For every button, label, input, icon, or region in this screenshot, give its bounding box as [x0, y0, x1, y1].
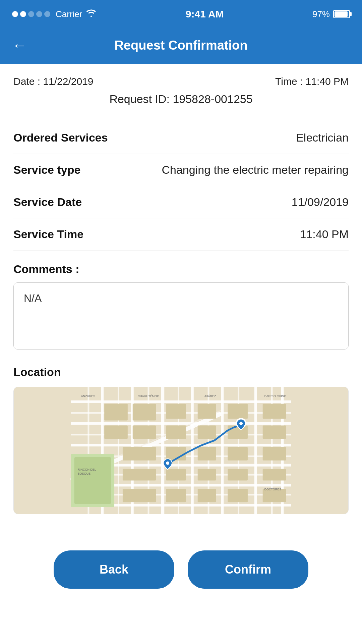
- svg-rect-36: [104, 425, 128, 439]
- svg-rect-21: [221, 387, 224, 514]
- svg-rect-3: [71, 422, 291, 425]
- status-bar-left: Carrier: [12, 9, 97, 20]
- service-type-label: Service type: [13, 163, 80, 176]
- battery-icon: [333, 10, 350, 18]
- svg-rect-5: [71, 444, 291, 446]
- svg-rect-52: [123, 489, 156, 502]
- svg-point-58: [239, 422, 243, 425]
- date-value: 11/22/2019: [43, 76, 93, 87]
- comments-box: N/A: [13, 282, 349, 350]
- svg-rect-30: [104, 404, 128, 421]
- svg-rect-38: [166, 425, 186, 439]
- signal-dot-3: [28, 11, 34, 17]
- svg-rect-31: [133, 404, 156, 421]
- time-field: Time : 11:40 PM: [275, 76, 349, 87]
- service-type-row: Service type Changing the electric meter…: [13, 154, 349, 186]
- svg-point-59: [166, 462, 169, 465]
- svg-rect-42: [123, 447, 156, 461]
- comments-label: Comments :: [13, 263, 349, 276]
- svg-rect-47: [123, 469, 156, 481]
- time-value: 11:40 PM: [306, 76, 349, 87]
- map-container[interactable]: ANZURES CUAUHTÉMOC JUÁREZ BARRIO CHINO R…: [13, 387, 349, 514]
- svg-rect-54: [198, 489, 216, 502]
- svg-rect-40: [228, 425, 248, 439]
- svg-text:RINCÓN DEL: RINCÓN DEL: [78, 468, 96, 471]
- date-time-row: Date : 11/22/2019 Time : 11:40 PM: [13, 76, 349, 87]
- battery-fill: [335, 11, 348, 17]
- svg-rect-34: [228, 404, 248, 419]
- date-label: Date :: [13, 76, 43, 87]
- svg-rect-49: [198, 469, 216, 481]
- signal-dot-5: [44, 11, 50, 17]
- svg-rect-41: [263, 425, 286, 439]
- ordered-services-row: Ordered Services Electrician: [13, 122, 349, 154]
- svg-text:DOCTORES: DOCTORES: [264, 488, 282, 491]
- bottom-button-bar: Back Confirm: [0, 534, 362, 609]
- service-time-value: 11:40 PM: [90, 228, 349, 241]
- svg-rect-1: [71, 400, 291, 403]
- comments-value: N/A: [24, 292, 42, 304]
- service-date-row: Service Date 11/09/2019: [13, 186, 349, 218]
- svg-rect-46: [263, 447, 286, 461]
- back-button[interactable]: Back: [54, 550, 174, 589]
- svg-rect-35: [263, 404, 286, 419]
- svg-text:BARRIO CHINO: BARRIO CHINO: [264, 394, 287, 398]
- request-id-value: 195828-001255: [173, 93, 252, 105]
- service-type-value: Changing the electric meter repairing: [87, 163, 349, 176]
- request-id-row: Request ID: 195828-001255: [13, 93, 349, 106]
- status-bar: Carrier 9:41 AM 97%: [0, 0, 362, 27]
- confirm-button[interactable]: Confirm: [188, 550, 308, 589]
- svg-rect-50: [228, 469, 248, 481]
- back-arrow-icon: ←: [12, 37, 27, 54]
- signal-dot-2: [20, 11, 26, 17]
- svg-rect-44: [198, 447, 216, 461]
- svg-rect-45: [228, 447, 248, 461]
- svg-rect-23: [254, 387, 257, 514]
- svg-rect-51: [263, 469, 286, 481]
- svg-rect-55: [228, 489, 248, 502]
- svg-rect-33: [198, 404, 216, 419]
- svg-text:ANZURES: ANZURES: [81, 394, 96, 398]
- request-id-label: Request ID:: [109, 93, 173, 105]
- svg-rect-48: [166, 469, 186, 481]
- signal-indicator: [12, 11, 50, 17]
- status-bar-time: 9:41 AM: [186, 8, 224, 20]
- ordered-services-label: Ordered Services: [13, 131, 108, 144]
- wifi-icon: [85, 9, 97, 20]
- service-time-row: Service Time 11:40 PM: [13, 218, 349, 251]
- signal-dot-1: [12, 11, 18, 17]
- main-content: Date : 11/22/2019 Time : 11:40 PM Reques…: [0, 64, 362, 534]
- service-time-label: Service Time: [13, 228, 83, 241]
- svg-text:BOSQUE: BOSQUE: [78, 472, 90, 475]
- nav-bar: ← Request Confirmation: [0, 27, 362, 64]
- location-label: Location: [13, 366, 349, 379]
- service-date-label: Service Date: [13, 196, 82, 209]
- carrier-label: Carrier: [56, 9, 82, 19]
- date-field: Date : 11/22/2019: [13, 76, 94, 87]
- time-label: Time :: [275, 76, 306, 87]
- map-svg: ANZURES CUAUHTÉMOC JUÁREZ BARRIO CHINO R…: [14, 387, 348, 514]
- back-nav-button[interactable]: ←: [12, 37, 27, 54]
- svg-text:CUAUHTÉMOC: CUAUHTÉMOC: [138, 394, 160, 398]
- page-title: Request Confirmation: [115, 38, 248, 53]
- svg-rect-17: [161, 387, 164, 514]
- battery-percentage: 97%: [312, 9, 330, 19]
- svg-rect-32: [166, 404, 186, 419]
- svg-rect-53: [166, 489, 186, 502]
- signal-dot-4: [36, 11, 42, 17]
- svg-rect-39: [198, 425, 216, 439]
- svg-rect-37: [133, 425, 156, 439]
- svg-rect-29: [74, 457, 111, 504]
- ordered-services-value: Electrician: [115, 131, 349, 144]
- status-bar-right: 97%: [312, 9, 350, 19]
- battery-icon-container: [333, 10, 350, 18]
- service-date-value: 11/09/2019: [88, 196, 349, 209]
- svg-text:JUÁREZ: JUÁREZ: [204, 394, 216, 398]
